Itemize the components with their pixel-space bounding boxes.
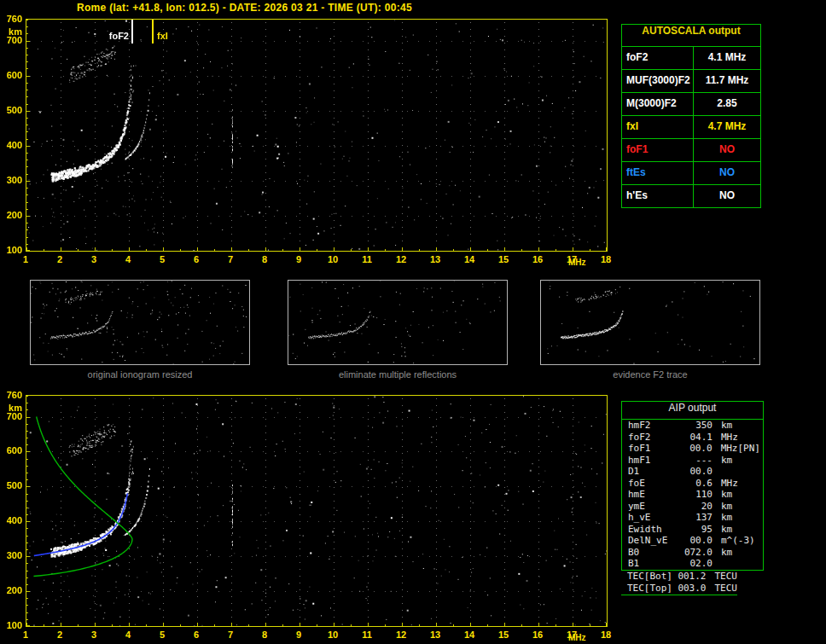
panel-caption-original: original ionogram resized [30,369,250,380]
autoscala-panel-title: AUTOSCALA output [622,25,760,46]
aip-param-value: 110 [678,489,713,500]
bottom-x-tick-15: 15 [494,629,513,640]
bottom-x-tick-3: 3 [84,629,103,640]
aip-param-unit: km [713,524,732,535]
bottom-x-tick-18: 18 [596,629,615,640]
aip-param-unit: km [713,420,732,431]
top-y-tick-400: 400 [0,140,22,150]
top-x-tick-13: 13 [426,254,445,264]
autoscala-param-value: 11.7 MHz [694,70,760,92]
aip-param-value: 00.0 [678,535,713,546]
aip-param-unit: km [713,455,732,466]
panel-evidence-canvas [541,281,759,364]
top-x-tick-11: 11 [358,254,376,264]
aip-param-label: hmE [622,489,678,500]
aip-param-value: 350 [678,420,713,431]
bottom-x-tick-7: 7 [221,629,240,640]
station-title: Rome (lat: +41.8, lon: 012.5) - DATE: 20… [77,2,412,14]
autoscala-param-label: MUF(3000)F2 [622,70,694,92]
aip-row: hmF2350km [622,420,763,432]
aip-param-unit: TECU [707,571,738,582]
top-ionogram-frame: foF2fxI [26,19,608,252]
top-x-tick-15: 15 [494,254,513,264]
aip-rows: hmF2350kmfoF204.1MHzfoF100.0MHz[PN]hmF1-… [622,420,763,570]
autoscala-row: foF1NO [622,138,760,161]
bottom-x-tick-4: 4 [119,629,137,640]
aip-param-unit: km [713,501,732,512]
bottom-y-tick-400: 400 [0,515,22,525]
aip-param-label: hmF1 [622,455,678,466]
panel-original-canvas [31,281,249,364]
top-x-tick-10: 10 [323,254,342,264]
aip-panel-title: AIP output [622,402,763,420]
panel-eliminate-reflections [288,280,508,365]
bottom-y-tick-760: 760 [0,390,22,400]
aip-param-label: h_vE [622,512,678,523]
fof2-marker-line [131,20,133,44]
autoscala-param-value: 4.1 MHz [694,47,760,69]
bottom-x-tick-13: 13 [426,629,445,640]
aip-param-label: DelN_vE [622,535,678,546]
bottom-x-tick-9: 9 [289,629,308,640]
aip-param-value: 00.0 [678,466,713,477]
aip-param-value: 00.0 [678,443,713,454]
top-y-tick-500: 500 [0,105,22,115]
autoscala-param-label: h'Es [622,185,694,207]
top-x-tick-5: 5 [153,254,172,264]
aip-param-unit: m^(-3) [713,535,755,546]
aip-param-label: foF2 [622,432,678,443]
aip-row: DelN_vE00.0m^(-3) [622,535,763,547]
aip-panel: AIP output hmF2350kmfoF204.1MHzfoF100.0M… [621,401,764,571]
aip-param-value: 04.1 [678,432,713,443]
autoscala-row: MUF(3000)F211.7 MHz [622,69,760,92]
aip-param-unit: km [713,489,732,500]
fof2-marker-label: foF2 [95,31,129,41]
aip-param-value: 072.0 [678,547,713,558]
aip-param-unit: km [713,547,732,558]
aip-param-label: foF1 [622,443,678,454]
aip-param-value: 137 [678,512,713,523]
top-x-tick-4: 4 [119,254,137,264]
bottom-x-tick-8: 8 [255,629,274,640]
fxi-marker-label: fxI [157,31,168,41]
top-x-tick-12: 12 [392,254,410,264]
aip-param-label: TEC[Top] [621,583,674,594]
aip-row: hmE110km [622,489,763,501]
aip-param-label: D1 [622,466,678,477]
bottom-x-tick-12: 12 [392,629,410,640]
autoscala-row: fxI4.7 MHz [622,115,760,138]
top-ionogram-canvas [26,20,607,251]
bottom-ionogram-frame [26,395,608,627]
top-x-tick-8: 8 [255,254,274,264]
bottom-x-tick-1: 1 [16,629,35,640]
autoscala-param-value: 4.7 MHz [694,116,760,138]
aip-param-value: 0.6 [678,478,713,489]
aip-param-value: 003.0 [674,583,706,594]
aip-param-label: hmF2 [622,420,678,431]
bottom-y-tick-600: 600 [0,445,22,455]
top-x-tick-2: 2 [50,254,69,264]
aip-row: B102.0 [622,558,763,570]
aip-param-value: 02.0 [678,558,713,569]
autoscala-rows: foF24.1 MHzMUF(3000)F211.7 MHzM(3000)F22… [622,46,760,207]
top-x-tick-1: 1 [16,254,35,264]
top-x-tick-7: 7 [221,254,240,264]
panel-evidence-f2 [540,280,760,365]
aip-param-label: TEC[Bot] [621,571,674,582]
aip-param-value: 95 [678,524,713,535]
bottom-y-tick-200: 200 [0,585,22,595]
autoscala-param-value: NO [694,162,760,184]
aip-param-label: B1 [622,558,678,569]
bottom-x-tick-11: 11 [358,629,376,640]
bottom-x-tick-6: 6 [187,629,206,640]
aip-tec-row: TEC[Top]003.0TECU [621,583,737,595]
top-x-tick-18: 18 [596,254,615,264]
aip-param-unit: MHz [713,432,738,443]
fxi-marker-line [152,20,154,44]
autoscala-row: ftEsNO [622,161,760,184]
aip-row: D100.0 [622,466,763,478]
autoscala-param-label: ftEs [622,162,694,184]
aip-param-label: foE [622,478,678,489]
autoscala-row: foF24.1 MHz [622,46,760,69]
aip-tec-row: TEC[Bot]001.2TECU [621,571,737,583]
